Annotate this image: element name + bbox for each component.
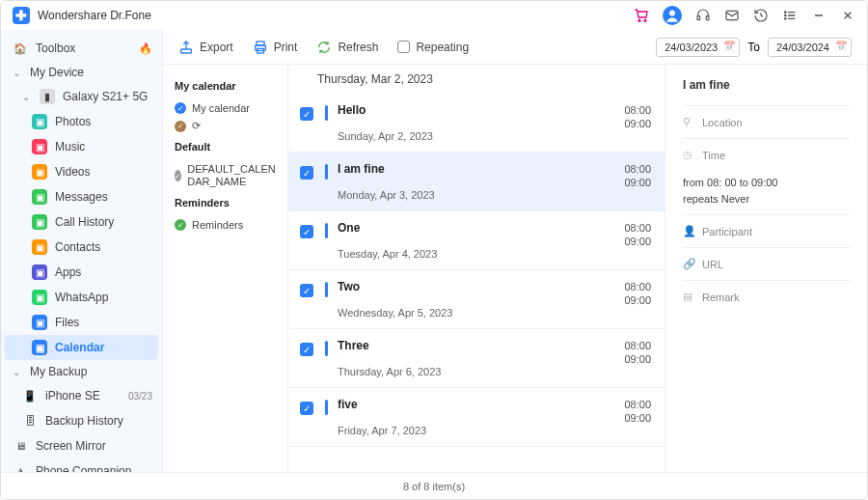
location-icon: ⚲ [683,116,694,128]
sidebar-item-videos[interactable]: ▣Videos [1,159,162,184]
sidebar-phone-companion[interactable]: ◮Phone Companion [1,458,162,472]
field-location: ⚲Location [683,105,850,138]
svg-rect-16 [181,49,192,53]
event-row[interactable]: ✓TwoWednesday, Apr 5, 202308:0009:00 [288,270,665,329]
date-header: Thursday, Mar 2, 2023 [288,65,665,94]
time-value: from 08: 00 to 09:00repeats Never [683,171,850,214]
event-title: Hello [338,103,433,117]
sidebar-mybackup[interactable]: ⌄My Backup [1,360,162,383]
event-times: 08:0009:00 [624,398,651,426]
app-icon: ▣ [32,164,47,180]
menu-icon[interactable] [782,8,798,23]
checkbox-icon[interactable]: ✓ [300,343,313,356]
sidebar-backup-device[interactable]: 📱iPhone SE03/23 [1,383,162,408]
mail-icon[interactable] [724,8,740,23]
clock-icon: ◷ [683,149,694,161]
cal-item-default[interactable]: ✓DEFAULT_CALENDAR_NAME [175,160,276,191]
event-row[interactable]: ✓HelloSunday, Apr 2, 202308:0009:00 [288,94,665,153]
cal-item-reminders[interactable]: ✓Reminders [175,216,276,234]
event-date: Monday, Apr 3, 2023 [338,189,435,201]
sidebar-toolbox[interactable]: 🏠Toolbox🔥 [1,36,162,61]
sidebar-item-photos[interactable]: ▣Photos [1,109,162,134]
event-title: Two [338,280,452,293]
app-title: Wondershare Dr.Fone [38,9,151,22]
checkbox-icon [397,41,410,53]
event-title: five [338,398,426,411]
sidebar-backup-history[interactable]: 🗄Backup History [1,408,162,433]
checkbox-icon[interactable]: ✓ [300,107,313,121]
sidebar: 🏠Toolbox🔥 ⌄My Device ⌄▮Galaxy S21+ 5G ▣P… [1,30,163,472]
export-button[interactable]: Export [178,40,233,55]
chevron-down-icon: ⌄ [13,367,22,377]
section-reminders: Reminders [175,197,276,208]
app-icon: ▣ [32,239,47,255]
link-icon: 🔗 [683,258,694,270]
calendar-list: My calendar ✓My calendar ✓⟳ Default ✓DEF… [163,65,288,472]
event-title: Three [338,339,441,352]
app-icon: ▣ [32,114,47,129]
sidebar-item-contacts[interactable]: ▣Contacts [1,235,162,260]
print-button[interactable]: Print [253,40,298,55]
checkbox-icon[interactable]: ✓ [300,225,313,238]
status-bar: 8 of 8 item(s) [1,472,867,499]
phone-icon: 📱 [22,388,38,403]
event-color-bar [325,105,328,121]
svg-point-1 [644,19,646,21]
event-times: 08:0009:00 [624,339,651,367]
event-color-bar [325,164,328,180]
event-color-bar [325,282,328,297]
event-title: One [338,221,437,235]
companion-icon: ◮ [13,463,28,472]
event-row[interactable]: ✓I am fineMonday, Apr 3, 202308:0009:00 [288,153,665,211]
app-icon: ▣ [32,139,47,154]
toolbar: Export Print Refresh Repeating 24/03/202… [163,30,867,65]
sidebar-item-files[interactable]: ▣Files [1,310,162,335]
print-icon [253,40,268,55]
event-times: 08:0009:00 [624,103,651,131]
sidebar-item-messages[interactable]: ▣Messages [1,184,162,209]
checkbox-icon[interactable]: ✓ [300,284,313,297]
cal-item-my[interactable]: ✓My calendar [175,99,276,117]
checkbox-icon[interactable]: ✓ [300,402,313,415]
history-icon[interactable] [753,8,769,23]
close-button[interactable] [840,8,855,23]
refresh-button[interactable]: Refresh [316,40,378,55]
headset-icon[interactable] [695,8,711,23]
checkbox-icon[interactable]: ✓ [300,166,313,180]
svg-point-11 [785,18,786,19]
check-icon: ✓ [175,219,186,231]
event-row[interactable]: ✓fiveFriday, Apr 7, 202308:0009:00 [288,388,665,447]
event-details: I am fine ⚲Location ◷Time from 08: 00 to… [665,65,867,472]
svg-point-0 [638,19,640,21]
user-icon[interactable] [663,6,682,25]
sidebar-item-call-history[interactable]: ▣Call History [1,209,162,235]
sidebar-item-music[interactable]: ▣Music [1,134,162,159]
monitor-icon: 🖥 [13,438,28,454]
event-date: Tuesday, Apr 4, 2023 [338,248,437,260]
event-title: I am fine [338,162,435,176]
refresh-icon [316,40,332,55]
titlebar: ✚ Wondershare Dr.Fone [1,1,867,30]
minimize-button[interactable] [811,8,827,23]
sidebar-item-calendar[interactable]: ▣Calendar [5,335,158,360]
svg-point-7 [785,12,786,13]
repeating-checkbox[interactable]: Repeating [397,41,469,54]
fire-icon: 🔥 [139,42,152,55]
app-logo: ✚ [13,7,30,24]
cart-icon[interactable] [634,8,649,23]
home-icon: 🏠 [13,41,28,56]
cal-item-loading[interactable]: ✓⟳ [175,117,276,135]
sidebar-device[interactable]: ⌄▮Galaxy S21+ 5G [1,84,162,109]
event-row[interactable]: ✓ThreeThursday, Apr 6, 202308:0009:00 [288,329,665,388]
sidebar-item-apps[interactable]: ▣Apps [1,260,162,285]
sidebar-screen-mirror[interactable]: 🖥Screen Mirror [1,433,162,458]
sidebar-mydevice[interactable]: ⌄My Device [1,61,162,84]
sidebar-item-whatsapp[interactable]: ▣WhatsApp [1,285,162,310]
event-list[interactable]: Thursday, Mar 2, 2023 ✓HelloSunday, Apr … [288,65,665,472]
event-times: 08:0009:00 [624,162,651,190]
event-row[interactable]: ✓OneTuesday, Apr 4, 202308:0009:00 [288,211,665,270]
date-from-input[interactable]: 24/03/2023 [656,38,740,57]
archive-icon: 🗄 [22,413,38,429]
event-color-bar [325,341,328,356]
date-to-input[interactable]: 24/03/2024 [768,38,852,57]
